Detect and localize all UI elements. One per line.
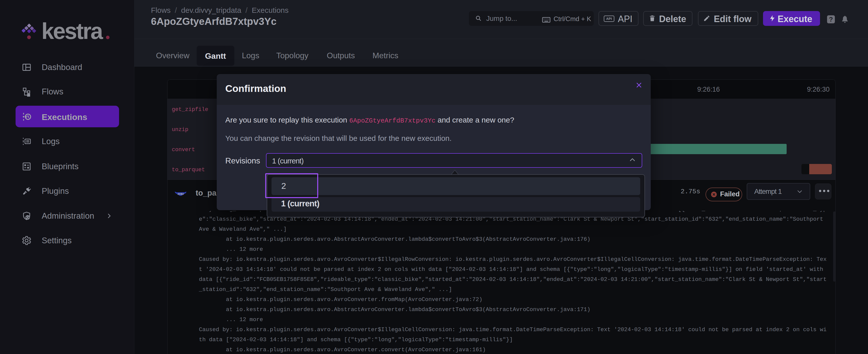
svg-text:AVRO: AVRO — [177, 193, 184, 195]
